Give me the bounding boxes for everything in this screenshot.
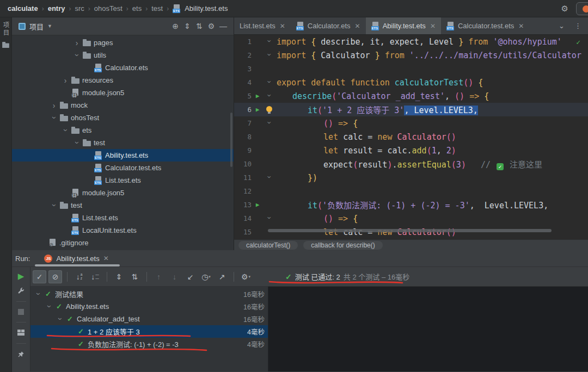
code-line-8[interactable]: 8let calc = new Calculator() — [234, 130, 588, 144]
project-tree-scrollbar[interactable] — [230, 113, 232, 167]
tree-item-utils[interactable]: ›utils — [12, 49, 234, 61]
code-line-1[interactable]: 1›import { describe, it, expect, Level }… — [234, 35, 588, 48]
tree-item-calculator-ets[interactable]: ETSCalculator.ets — [12, 61, 234, 74]
profile-button[interactable] — [576, 2, 588, 15]
fold-marker-icon[interactable]: › — [264, 173, 274, 182]
chevron-down-icon[interactable]: › — [57, 315, 64, 322]
breadcrumb-item[interactable]: ets — [132, 4, 142, 13]
fold-marker-icon[interactable]: › — [264, 214, 274, 222]
fold-marker-icon[interactable]: › — [264, 51, 274, 59]
sort-alphabetically-button[interactable]: ↓az — [72, 270, 86, 283]
fold-marker-icon[interactable]: › — [266, 51, 273, 58]
fold-marker-icon[interactable]: › — [266, 119, 273, 126]
code-line-6[interactable]: 6▶it('1 + 2 应该等于 3', Level.LEVEL3, — [234, 103, 588, 116]
close-icon[interactable]: ✕ — [103, 255, 109, 262]
chevron-right-icon[interactable]: › — [74, 39, 80, 47]
chevron-down-icon[interactable]: ▼ — [47, 23, 52, 29]
fold-marker-icon[interactable]: › — [264, 78, 274, 86]
tree-item-pages[interactable]: ›pages — [12, 36, 234, 49]
chevron-right-icon[interactable]: › — [51, 102, 57, 109]
test-result-row[interactable]: ✓负数加法测试: (-1) + (-2) = -34毫秒 — [30, 338, 268, 350]
close-icon[interactable]: ✕ — [280, 22, 285, 30]
tree-item-test[interactable]: ›test — [12, 137, 234, 149]
console-output[interactable] — [268, 287, 588, 371]
editor-tab-list-test-ets[interactable]: List.test.ets✕ — [234, 17, 291, 34]
code-line-14[interactable]: 14›() => { — [234, 212, 588, 225]
code-line-3[interactable]: 3 — [234, 62, 588, 76]
fold-marker-icon[interactable]: › — [264, 92, 274, 100]
tree-item-module-json5[interactable]: {;}module.json5 — [12, 86, 234, 99]
test-result-row[interactable]: ✓1 + 2 应该等于 34毫秒 — [30, 325, 268, 338]
collapse-all-icon[interactable]: ⇅ — [193, 22, 205, 30]
chevron-down-icon[interactable]: › — [51, 114, 58, 121]
code-line-10[interactable]: 10expect(result).assertEqual(3) // ✓ 注意这… — [234, 157, 588, 171]
editor-tab-calculator-test-ets[interactable]: ETSCalculator.test.ets✕ — [441, 17, 529, 34]
settings-gear-icon[interactable]: ⚙ — [561, 4, 568, 14]
breadcrumb-item[interactable]: ohosTest — [94, 4, 122, 13]
tree-item-test[interactable]: ›test — [12, 199, 234, 212]
show-passed-button[interactable]: ✓ — [33, 270, 46, 283]
fold-marker-icon[interactable]: › — [266, 214, 273, 221]
chevron-down-icon[interactable]: › — [74, 139, 81, 146]
tree-item-module-json5[interactable]: {;}module.json5 — [12, 187, 234, 199]
test-result-row[interactable]: ›✓测试结果16毫秒 — [30, 288, 268, 300]
stop-button[interactable] — [18, 309, 24, 315]
horizontal-scrollbar[interactable] — [268, 229, 552, 232]
close-icon[interactable]: ✕ — [355, 22, 360, 30]
folder-icon[interactable] — [2, 42, 9, 48]
breadcrumb-item[interactable]: calculate — [8, 4, 38, 13]
run-test-icon[interactable]: ▶ — [252, 92, 264, 100]
code-line-5[interactable]: 5▶›describe('Calculator _add_test', () =… — [234, 89, 588, 103]
chevron-down-icon[interactable]: › — [51, 202, 58, 208]
code-line-11[interactable]: 11›}) — [234, 171, 588, 184]
expand-all-icon[interactable]: ⇕ — [181, 22, 193, 30]
export-test-results-button[interactable]: ↗ — [215, 270, 229, 283]
chevron-down-icon[interactable]: › — [35, 290, 42, 297]
chevron-down-icon[interactable]: › — [62, 127, 70, 133]
hide-panel-icon[interactable]: — — [217, 22, 229, 30]
chevron-down-icon[interactable]: › — [46, 303, 53, 309]
run-test-icon[interactable]: ▶ — [252, 201, 264, 208]
test-result-row[interactable]: ›✓Ability.test.ets16毫秒 — [30, 300, 268, 313]
tree-item-calculator-test-ets[interactable]: ETSCalculator.test.ets — [12, 162, 234, 174]
settings-gear-icon[interactable]: ⚙ — [205, 22, 217, 30]
rerun-tests-button[interactable]: ▶ — [18, 272, 24, 280]
code-line-13[interactable]: 13▶it('负数加法测试: (-1) + (-2) = -3', Level.… — [234, 198, 588, 212]
next-failed-test-button[interactable]: ↓ — [168, 270, 181, 283]
tree-item-ohostest[interactable]: ›ohosTest — [12, 111, 234, 124]
locate-file-icon[interactable]: ⊕ — [169, 22, 181, 30]
breadcrumb-item[interactable]: src — [75, 4, 84, 13]
code-line-12[interactable]: 12 — [234, 184, 588, 198]
tree-item-localunit-test-ets[interactable]: ETSLocalUnit.test.ets — [12, 224, 234, 237]
code-line-2[interactable]: 2›import { Calculator } from '../../../m… — [234, 48, 588, 62]
editor-tab-ability-test-ets[interactable]: ETSAbility.test.ets✕ — [366, 17, 441, 34]
sort-by-duration-button[interactable]: ↓—— — [88, 270, 102, 283]
tab-list-chevron-icon[interactable]: ⌄ — [559, 22, 565, 30]
tree-item-ets[interactable]: ›ets — [12, 124, 234, 137]
editor-tab-calculator-ets[interactable]: ETSCalculator.ets✕ — [291, 17, 366, 34]
build-wrench-icon[interactable] — [17, 287, 24, 294]
close-icon[interactable]: ✕ — [518, 22, 524, 30]
close-icon[interactable]: ✕ — [430, 22, 436, 30]
intention-bulb-icon[interactable] — [264, 106, 274, 114]
fold-marker-icon[interactable]: › — [266, 78, 273, 85]
tree-item-mock[interactable]: ›mock — [12, 99, 234, 111]
code-editor[interactable]: 1›import { describe, it, expect, Level }… — [234, 35, 588, 239]
show-ignored-button[interactable]: ⊘ — [48, 270, 62, 283]
fold-marker-icon[interactable]: › — [266, 92, 273, 98]
breadcrumb-item[interactable]: Ability.test.ets — [185, 4, 228, 13]
previous-failed-test-button[interactable]: ↑ — [152, 270, 166, 283]
project-panel-title[interactable]: 项目 — [29, 21, 44, 32]
layout-grid-icon[interactable] — [17, 330, 24, 336]
settings-button[interactable]: ⚙▾ — [239, 270, 253, 283]
test-result-row[interactable]: ›✓Calculator_add_test16毫秒 — [30, 313, 268, 325]
breadcrumb-item[interactable]: test — [151, 4, 163, 13]
tree-item-ability-test-ets[interactable]: ETSAbility.test.ets — [12, 149, 234, 162]
expand-all-button[interactable]: ⇕ — [112, 270, 126, 283]
code-line-4[interactable]: 4›export default function calculatorTest… — [234, 76, 588, 89]
more-options-icon[interactable]: ⋮ — [574, 22, 581, 30]
tree-item-list-test-ets[interactable]: ETSList.test.ets — [12, 174, 234, 187]
fold-marker-icon[interactable]: › — [264, 119, 274, 127]
tree-item-list-test-ets[interactable]: ETSList.test.ets — [12, 212, 234, 224]
code-line-9[interactable]: 9let result = calc.add(1, 2) — [234, 144, 588, 157]
